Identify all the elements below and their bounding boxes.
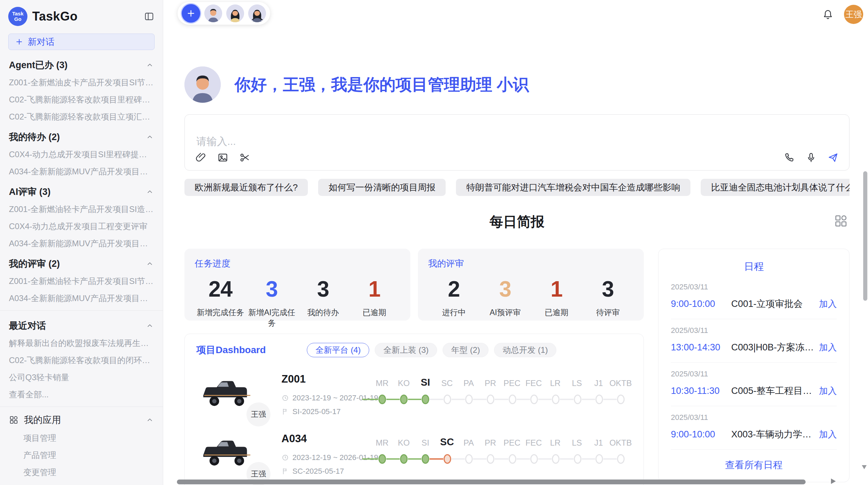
- recent-conversation-item[interactable]: 解释最新出台的欧盟报废车法规再生塑料比例被调至15%...: [8, 335, 155, 352]
- suggestion-chip[interactable]: 欧洲新规最近颁布了什么?: [184, 179, 308, 196]
- stat-value: 24: [195, 276, 246, 302]
- add-member-button[interactable]: [182, 4, 200, 23]
- team-member-avatar[interactable]: [226, 4, 244, 22]
- clock-icon: [281, 454, 289, 461]
- scissors-icon[interactable]: [239, 152, 251, 163]
- app-item[interactable]: 查看全部...: [8, 481, 155, 485]
- milestone-cell: [567, 394, 588, 405]
- milestone-cell: [502, 394, 523, 405]
- chevron-up-icon[interactable]: [146, 260, 154, 268]
- milestone-track: MRKOSISCPAPRPECFECLRLSJ1OKTB: [371, 372, 632, 417]
- dashboard-tabs: 全新平台 (4)全新上装 (3)年型 (2)动总开发 (1): [307, 343, 556, 357]
- microphone-icon[interactable]: [805, 152, 817, 163]
- greeting-text: 你好，王强，我是你的项目管理助理 小识: [234, 74, 529, 96]
- chevron-up-icon[interactable]: [146, 416, 154, 424]
- sidebar-task-item[interactable]: Z001-全新燃油轻卡产品开发项目SI节点属性5D文件评审: [8, 273, 155, 290]
- chat-input[interactable]: [185, 115, 849, 152]
- team-avatars: [204, 4, 266, 22]
- milestone-label: J1: [588, 378, 610, 388]
- team-member-avatar[interactable]: [248, 4, 266, 22]
- sidebar-task-item[interactable]: Z001-全新燃油皮卡产品开发项目SI节点Lesson Learn报告: [8, 74, 155, 91]
- milestone-label: LR: [544, 378, 566, 388]
- schedule-date: 2025/03/11: [671, 413, 837, 422]
- milestone-cell: [588, 453, 610, 465]
- sidebar-section-header[interactable]: Agent已办 (3): [8, 53, 155, 74]
- sidebar-section-header[interactable]: 我的待办 (2): [8, 125, 155, 146]
- project-code: A034: [281, 433, 371, 445]
- user-avatar[interactable]: 王强: [844, 5, 863, 24]
- divider: [0, 310, 163, 311]
- suggestion-chip[interactable]: 特朗普可能对进口汽车增税会对中国车企造成哪些影响: [456, 179, 690, 196]
- join-meeting-link[interactable]: 加入: [819, 428, 837, 440]
- vertical-scrollbar-thumb[interactable]: [863, 171, 867, 301]
- paperclip-icon[interactable]: [195, 152, 207, 163]
- layout-grid-icon[interactable]: [834, 214, 848, 228]
- milestone-node: [574, 454, 581, 464]
- recent-conversation-item[interactable]: 查看全部...: [8, 386, 155, 403]
- scroll-right-arrow[interactable]: [831, 478, 836, 484]
- recent-conversation-item[interactable]: C02-飞腾新能源轻客改款项目的闭环通告反馈情况: [8, 352, 155, 369]
- new-chat-button[interactable]: 新对话: [8, 34, 155, 50]
- project-flag-text: SI-2025-05-17: [292, 407, 341, 416]
- milestone-labels: MRKOSISCPAPRPECFECLRLSJ1OKTB: [371, 433, 632, 448]
- sidebar-task-item[interactable]: Z001-全新燃油轻卡产品开发项目SI造型提交物评审: [8, 201, 155, 218]
- send-icon[interactable]: [827, 152, 839, 163]
- my-apps-label: 我的应用: [24, 414, 140, 426]
- sidebar-section-header[interactable]: AI评审 (3): [8, 180, 155, 201]
- join-meeting-link[interactable]: 加入: [819, 341, 837, 353]
- stat-value: 2: [428, 276, 480, 302]
- milestone-label: MR: [371, 378, 393, 388]
- sidebar-my-apps-section: 我的应用项目管理产品管理变更管理查看全部...我的云空间我的收藏: [8, 410, 155, 485]
- recent-conversation-item[interactable]: 公司Q3轻卡销量: [8, 369, 155, 386]
- chevron-up-icon[interactable]: [146, 61, 154, 69]
- sidebar-task-item[interactable]: A034-全新新能源MUV产品开发项目计划变更表编写: [8, 163, 155, 180]
- dashboard-tab[interactable]: 年型 (2): [443, 343, 489, 357]
- sidebar-recent-header[interactable]: 最近对话: [8, 314, 155, 335]
- app-item[interactable]: 产品管理: [8, 447, 155, 464]
- sidebar-task-item[interactable]: C02-飞腾新能源轻客改款项目立项汇报方案: [8, 108, 155, 125]
- stat-value: 3: [246, 276, 298, 302]
- sidebar-section-header[interactable]: 我的评审 (2): [8, 252, 155, 273]
- schedule-time: 10:30-11:30: [671, 386, 731, 396]
- milestone-label: PA: [458, 438, 480, 448]
- sidebar-task-item[interactable]: C02-飞腾新能源轻客改款项目里程碑画布: [8, 91, 155, 108]
- suggestion-chip[interactable]: 如何写一份清晰的项目周报: [318, 179, 446, 196]
- app-item[interactable]: 变更管理: [8, 464, 155, 481]
- milestone-stub: [362, 458, 378, 460]
- input-attachments: [195, 152, 251, 163]
- sidebar-section-title: 我的评审 (2): [9, 258, 146, 270]
- dashboard-tab[interactable]: 全新上装 (3): [375, 343, 437, 357]
- horizontal-scrollbar-thumb[interactable]: [177, 480, 806, 484]
- scroll-down-arrow[interactable]: [862, 465, 867, 469]
- sidebar-task-item[interactable]: A034-全新新能源MUV产品开发项目造型可行性评审: [8, 290, 155, 307]
- image-icon[interactable]: [217, 152, 229, 163]
- collapse-sidebar-icon[interactable]: [144, 11, 155, 22]
- schedule-title: 日程: [671, 260, 837, 274]
- chevron-up-icon[interactable]: [146, 133, 154, 141]
- phone-icon[interactable]: [783, 152, 795, 163]
- chevron-up-icon[interactable]: [146, 188, 154, 196]
- sidebar-task-item[interactable]: C0X4-动力总成开发项目SI里程碑提交物检查: [8, 146, 155, 163]
- join-meeting-link[interactable]: 加入: [819, 298, 837, 310]
- view-all-schedule-link[interactable]: 查看所有日程: [671, 450, 837, 474]
- stat-grid: 2进行中3AI预评审1已逾期3待评审: [428, 276, 634, 318]
- dashboard-tab[interactable]: 全新平台 (4): [307, 343, 369, 357]
- chevron-up-icon[interactable]: [146, 322, 154, 330]
- schedule-row: 9:00-10:00X003-车辆动力学性能验...加入: [671, 428, 837, 440]
- join-meeting-link[interactable]: 加入: [819, 385, 837, 397]
- main-area: 王强 你好，王强，我是你的项目管理助理 小识: [163, 0, 868, 485]
- notification-bell-icon[interactable]: [822, 9, 834, 20]
- main-content: 你好，王强，我是你的项目管理助理 小识: [184, 24, 849, 485]
- sidebar-task-item[interactable]: C0X4-动力总成开发项目工程变更评审: [8, 218, 155, 235]
- project-info: A0342023-12-19 ~ 2026-01-19SC-2025-05-17: [281, 432, 371, 476]
- team-member-avatar[interactable]: [204, 4, 222, 22]
- dashboard-tab[interactable]: 动总开发 (1): [494, 343, 556, 357]
- suggestion-chip[interactable]: 比亚迪全固态电池计划具体说了什么: [701, 179, 849, 196]
- app-item[interactable]: 项目管理: [8, 430, 155, 447]
- greeting-block: 你好，王强，我是你的项目管理助理 小识: [184, 66, 849, 103]
- project-date-range: 2023-12-19 ~ 2026-01-19: [281, 453, 371, 462]
- sidebar-my-apps[interactable]: 我的应用: [8, 410, 155, 430]
- sidebar-task-item[interactable]: A034-全新新能源MUV产品开发项目法规符合性评审: [8, 235, 155, 252]
- milestone-node: [552, 454, 559, 464]
- project-image: 王强: [198, 432, 259, 476]
